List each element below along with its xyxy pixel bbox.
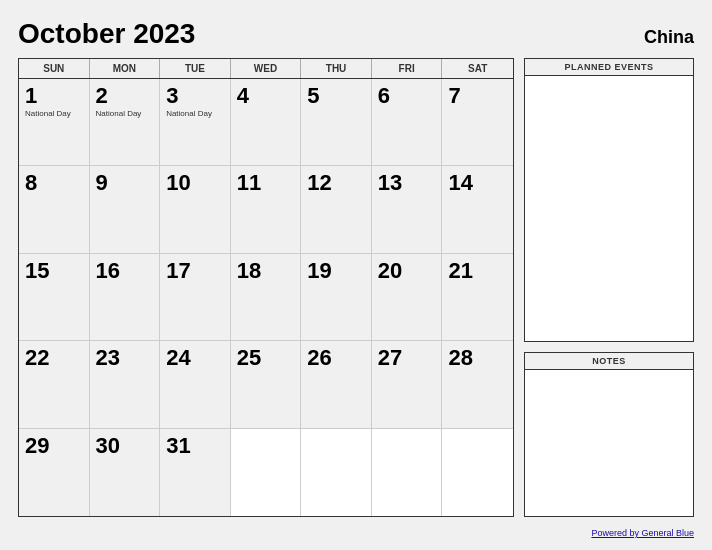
day-cell: 28 — [442, 341, 513, 428]
day-number: 12 — [307, 172, 365, 194]
footer: Powered by General Blue — [18, 522, 694, 540]
day-number: 7 — [448, 85, 507, 107]
day-headers: SUNMONTUEWEDTHUFRISAT — [19, 59, 513, 79]
day-cell: 26 — [301, 341, 372, 428]
day-cell: 4 — [231, 79, 302, 166]
day-event: National Day — [25, 109, 83, 119]
day-number: 5 — [307, 85, 365, 107]
day-cell — [372, 429, 443, 516]
day-number: 15 — [25, 260, 83, 282]
day-number: 9 — [96, 172, 154, 194]
day-number: 8 — [25, 172, 83, 194]
day-number: 3 — [166, 85, 224, 107]
main-content: SUNMONTUEWEDTHUFRISAT 1National Day2Nati… — [18, 58, 694, 517]
day-number: 17 — [166, 260, 224, 282]
day-number: 29 — [25, 435, 83, 457]
day-number: 30 — [96, 435, 154, 457]
day-number: 2 — [96, 85, 154, 107]
day-number: 16 — [96, 260, 154, 282]
day-cell — [301, 429, 372, 516]
day-number: 24 — [166, 347, 224, 369]
day-header-fri: FRI — [372, 59, 443, 78]
day-cell — [442, 429, 513, 516]
day-cell: 7 — [442, 79, 513, 166]
notes-box: NOTES — [524, 352, 694, 517]
day-number: 28 — [448, 347, 507, 369]
day-cell: 23 — [90, 341, 161, 428]
powered-by-link[interactable]: Powered by General Blue — [591, 528, 694, 538]
day-cell: 10 — [160, 166, 231, 253]
day-cell: 8 — [19, 166, 90, 253]
day-cell: 14 — [442, 166, 513, 253]
day-number: 14 — [448, 172, 507, 194]
sidebar: PLANNED EVENTS NOTES — [524, 58, 694, 517]
day-cell: 3National Day — [160, 79, 231, 166]
day-header-thu: THU — [301, 59, 372, 78]
day-cell: 6 — [372, 79, 443, 166]
day-number: 11 — [237, 172, 295, 194]
day-number: 13 — [378, 172, 436, 194]
day-number: 27 — [378, 347, 436, 369]
day-header-sat: SAT — [442, 59, 513, 78]
day-cell: 19 — [301, 254, 372, 341]
day-cell: 31 — [160, 429, 231, 516]
header: October 2023 China — [18, 18, 694, 50]
day-cell: 2National Day — [90, 79, 161, 166]
day-cell: 30 — [90, 429, 161, 516]
day-header-wed: WED — [231, 59, 302, 78]
calendar-grid: 1National Day2National Day3National Day4… — [19, 79, 513, 516]
day-number: 1 — [25, 85, 83, 107]
day-cell: 11 — [231, 166, 302, 253]
day-number: 6 — [378, 85, 436, 107]
planned-events-content — [525, 76, 693, 341]
day-cell: 21 — [442, 254, 513, 341]
day-header-tue: TUE — [160, 59, 231, 78]
day-cell — [231, 429, 302, 516]
day-cell: 9 — [90, 166, 161, 253]
day-header-sun: SUN — [19, 59, 90, 78]
month-year-title: October 2023 — [18, 18, 195, 50]
day-cell: 29 — [19, 429, 90, 516]
day-number: 18 — [237, 260, 295, 282]
day-cell: 13 — [372, 166, 443, 253]
day-cell: 17 — [160, 254, 231, 341]
planned-events-label: PLANNED EVENTS — [525, 59, 693, 76]
day-number: 10 — [166, 172, 224, 194]
notes-label: NOTES — [525, 353, 693, 370]
day-cell: 24 — [160, 341, 231, 428]
day-number: 21 — [448, 260, 507, 282]
day-number: 31 — [166, 435, 224, 457]
day-number: 4 — [237, 85, 295, 107]
day-number: 26 — [307, 347, 365, 369]
day-number: 23 — [96, 347, 154, 369]
country-title: China — [644, 27, 694, 48]
calendar-page: October 2023 China SUNMONTUEWEDTHUFRISAT… — [0, 0, 712, 550]
notes-content — [525, 370, 693, 516]
calendar: SUNMONTUEWEDTHUFRISAT 1National Day2Nati… — [18, 58, 514, 517]
day-number: 19 — [307, 260, 365, 282]
day-cell: 15 — [19, 254, 90, 341]
day-cell: 5 — [301, 79, 372, 166]
day-number: 20 — [378, 260, 436, 282]
day-cell: 16 — [90, 254, 161, 341]
day-cell: 25 — [231, 341, 302, 428]
day-cell: 18 — [231, 254, 302, 341]
day-event: National Day — [166, 109, 224, 119]
day-cell: 20 — [372, 254, 443, 341]
day-cell: 22 — [19, 341, 90, 428]
day-number: 22 — [25, 347, 83, 369]
day-cell: 12 — [301, 166, 372, 253]
day-cell: 27 — [372, 341, 443, 428]
day-number: 25 — [237, 347, 295, 369]
day-cell: 1National Day — [19, 79, 90, 166]
planned-events-box: PLANNED EVENTS — [524, 58, 694, 342]
day-header-mon: MON — [90, 59, 161, 78]
day-event: National Day — [96, 109, 154, 119]
